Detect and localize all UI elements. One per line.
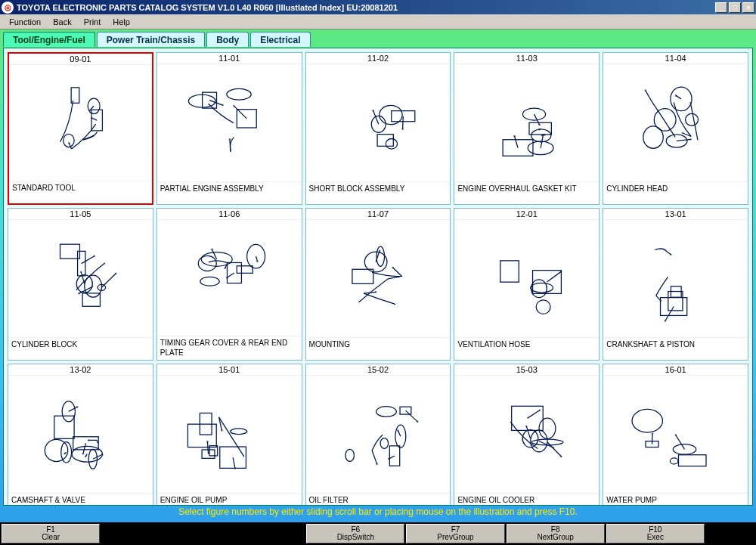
card-code: 11-04 bbox=[603, 53, 748, 64]
svg-point-138 bbox=[234, 467, 237, 469]
fnkey-label: Clear bbox=[42, 534, 60, 542]
svg-rect-163 bbox=[511, 406, 543, 430]
app-icon: ◎ bbox=[2, 2, 14, 14]
card-code: 15-03 bbox=[454, 364, 599, 376]
minimize-button[interactable]: _ bbox=[715, 2, 727, 13]
svg-point-80 bbox=[256, 260, 259, 262]
svg-rect-99 bbox=[500, 261, 519, 282]
tab-electrical[interactable]: Electrical bbox=[250, 32, 310, 47]
svg-line-41 bbox=[514, 136, 518, 147]
svg-rect-90 bbox=[352, 269, 373, 283]
illustration-card[interactable]: 09-01STANDARD TOOL bbox=[8, 52, 153, 205]
illustration-card[interactable]: 15-03ENGINE OIL COOLER bbox=[454, 364, 600, 506]
svg-point-173 bbox=[632, 409, 662, 432]
fnkey-f10[interactable]: F10Exec bbox=[606, 524, 705, 543]
svg-line-96 bbox=[388, 277, 399, 279]
svg-point-83 bbox=[211, 248, 213, 250]
schematic-icon bbox=[8, 376, 153, 493]
svg-point-130 bbox=[88, 449, 97, 469]
illustration-card[interactable]: 15-01ENGINE OIL PUMP bbox=[156, 364, 302, 506]
fnbar-spacer bbox=[101, 524, 305, 543]
tab-power-train-chassis[interactable]: Power Train/Chassis bbox=[97, 32, 205, 47]
svg-rect-105 bbox=[668, 292, 683, 311]
svg-point-16 bbox=[222, 104, 224, 107]
illustration-card[interactable]: 11-05CYLINDER BLOCK bbox=[8, 208, 153, 361]
fnkey-f1[interactable]: F1Clear bbox=[2, 524, 100, 543]
fnkey-label: NextGroup bbox=[537, 534, 573, 542]
svg-point-50 bbox=[686, 113, 699, 125]
card-label: TIMING GEAR COVER & REAR END PLATE bbox=[157, 336, 302, 360]
card-label: CAMSHAFT & VALVE bbox=[8, 493, 153, 506]
svg-point-34 bbox=[528, 141, 553, 155]
close-button[interactable]: × bbox=[742, 2, 754, 13]
illustration-card[interactable]: 11-04CYLINDER HEAD bbox=[603, 52, 748, 205]
svg-point-66 bbox=[94, 255, 96, 257]
tab-tool-engine-fuel[interactable]: Tool/Engine/Fuel bbox=[3, 32, 95, 47]
tab-body[interactable]: Body bbox=[206, 32, 249, 47]
svg-point-162 bbox=[525, 426, 528, 428]
illustration-card[interactable]: 11-03ENGINE OVERHAUL GASKET KIT bbox=[454, 52, 600, 205]
fnkey-f8[interactable]: F8NextGroup bbox=[507, 524, 605, 543]
illustration-card[interactable]: 11-01PARTIAL ENGINE ASSEMBLY bbox=[156, 52, 302, 205]
card-label: STANDARD TOOL bbox=[9, 181, 152, 203]
svg-line-178 bbox=[676, 435, 685, 449]
fnkey-label: Exec bbox=[647, 534, 664, 542]
svg-point-76 bbox=[226, 277, 228, 279]
svg-line-19 bbox=[234, 106, 246, 119]
svg-point-165 bbox=[538, 409, 541, 411]
svg-point-122 bbox=[64, 453, 66, 455]
schematic-icon bbox=[157, 64, 302, 181]
illustration-card[interactable]: 11-02SHORT BLOCK ASSEMBLY bbox=[305, 52, 451, 205]
illustration-card[interactable]: 16-01WATER PUMP bbox=[603, 364, 748, 506]
illustration-card[interactable]: 13-02CAMSHAFT & VALVE bbox=[8, 364, 153, 506]
svg-point-116 bbox=[76, 406, 79, 408]
schematic-icon bbox=[157, 220, 302, 336]
card-code: 11-02 bbox=[306, 53, 451, 64]
svg-line-112 bbox=[665, 306, 674, 320]
svg-point-145 bbox=[395, 425, 406, 447]
svg-line-15 bbox=[209, 101, 222, 105]
svg-rect-2 bbox=[71, 88, 79, 103]
svg-point-9 bbox=[88, 98, 100, 114]
card-label: ENGINE OIL PUMP bbox=[157, 493, 302, 506]
svg-point-63 bbox=[80, 271, 82, 273]
fnkey-f6[interactable]: F6DispSwitch bbox=[306, 524, 404, 543]
svg-point-88 bbox=[392, 267, 394, 269]
schematic-icon bbox=[157, 376, 302, 493]
svg-line-164 bbox=[527, 410, 539, 419]
maximize-button[interactable]: □ bbox=[729, 2, 741, 13]
instruction-text: Select figure numbers by either sliding … bbox=[3, 506, 753, 519]
svg-line-71 bbox=[102, 274, 116, 288]
window-controls: _ □ × bbox=[715, 2, 754, 13]
menu-item-help[interactable]: Help bbox=[107, 16, 136, 28]
card-code: 12-01 bbox=[454, 209, 599, 220]
fnkey-label: DispSwitch bbox=[337, 534, 374, 542]
card-code: 09-01 bbox=[9, 54, 152, 65]
fnkey-f7[interactable]: F7PrevGroup bbox=[406, 524, 504, 543]
menu-item-back[interactable]: Back bbox=[47, 16, 77, 28]
svg-line-154 bbox=[372, 451, 377, 464]
illustration-card[interactable]: 11-07MOUNTING bbox=[305, 208, 451, 361]
svg-rect-148 bbox=[389, 446, 399, 466]
illustration-card[interactable]: 15-02OIL FILTER bbox=[305, 364, 451, 506]
card-label: CYLINDER BLOCK bbox=[8, 337, 153, 360]
svg-point-155 bbox=[376, 463, 378, 466]
svg-point-45 bbox=[538, 124, 541, 126]
svg-point-17 bbox=[227, 88, 251, 100]
fnkey-label: PrevGroup bbox=[437, 534, 473, 542]
illustration-card[interactable]: 11-06TIMING GEAR COVER & REAR END PLATE bbox=[156, 208, 302, 361]
svg-line-87 bbox=[392, 268, 401, 276]
schematic-icon bbox=[454, 376, 599, 493]
card-code: 11-01 bbox=[157, 53, 302, 64]
menu-item-print[interactable]: Print bbox=[78, 16, 107, 28]
svg-point-153 bbox=[417, 421, 419, 423]
menu-item-function[interactable]: Function bbox=[3, 16, 47, 28]
schematic-icon bbox=[306, 64, 451, 181]
svg-line-75 bbox=[227, 273, 234, 277]
illustration-card[interactable]: 12-01VENTILATION HOSE bbox=[454, 208, 600, 361]
illustration-card[interactable]: 13-01CRANKSHAFT & PISTON bbox=[603, 208, 748, 361]
card-label: VENTILATION HOSE bbox=[454, 337, 599, 360]
card-code: 11-05 bbox=[8, 209, 153, 220]
svg-point-157 bbox=[380, 438, 388, 449]
category-tabs: Tool/Engine/FuelPower Train/ChassisBodyE… bbox=[3, 32, 753, 47]
